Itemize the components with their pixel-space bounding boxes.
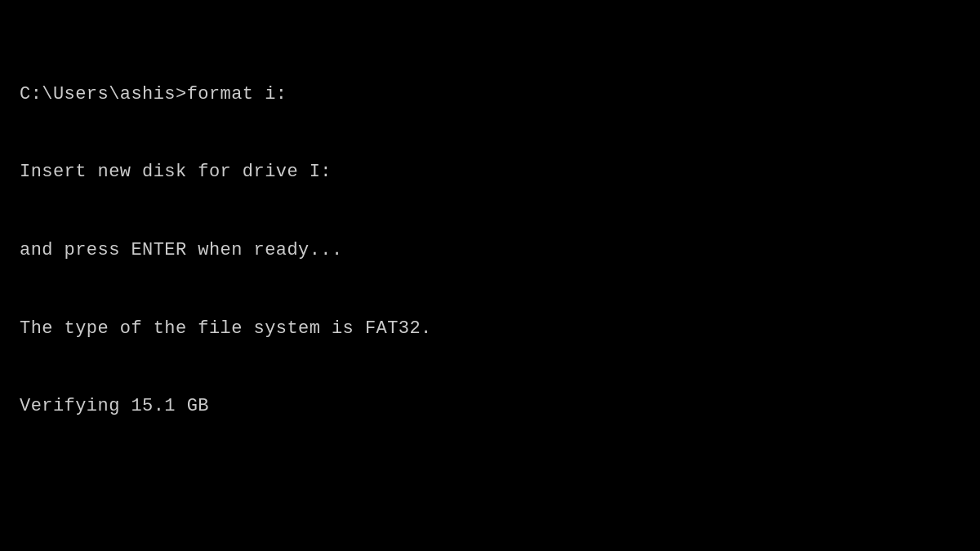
- terminal-line-2: Insert new disk for drive I:: [20, 159, 969, 185]
- terminal-line-3: and press ENTER when ready...: [20, 238, 969, 264]
- terminal-output: C:\Users\ashis>format i: Insert new disk…: [8, 21, 980, 551]
- terminal-line-5: Verifying 15.1 GB: [20, 393, 969, 420]
- terminal-window: C:\Users\ashis>format i: Insert new disk…: [0, 0, 980, 551]
- terminal-line-empty: [20, 472, 969, 498]
- terminal-line-1: C:\Users\ashis>format i:: [20, 82, 969, 108]
- terminal-line-4: The type of the file system is FAT32.: [20, 316, 969, 342]
